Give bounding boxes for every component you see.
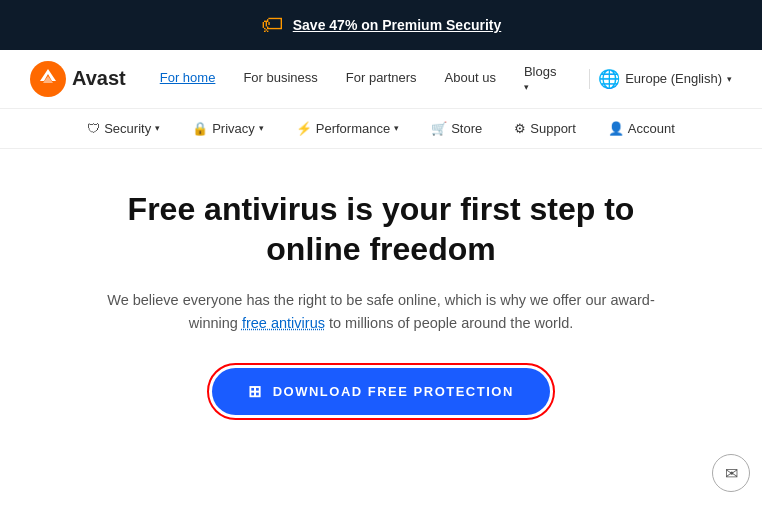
security-chevron-icon: ▾ <box>155 123 160 133</box>
subnav-performance[interactable]: ⚡ Performance ▾ <box>282 117 413 140</box>
free-antivirus-link[interactable]: free antivirus <box>242 315 325 331</box>
gear-icon: ⚙ <box>514 121 526 136</box>
download-btn-label: DOWNLOAD FREE PROTECTION <box>273 384 514 399</box>
top-nav-links: For home For business For partners About… <box>146 60 581 98</box>
subnav-support-label: Support <box>530 121 576 136</box>
locale-text: Europe (English) <box>625 71 722 86</box>
nav-blogs[interactable]: Blogs ▾ <box>510 60 571 98</box>
subnav-account-label: Account <box>628 121 675 136</box>
blogs-chevron-icon: ▾ <box>524 82 557 94</box>
performance-chevron-icon: ▾ <box>394 123 399 133</box>
nav-for-business[interactable]: For business <box>229 66 331 91</box>
nav-for-home[interactable]: For home <box>146 66 230 91</box>
subnav-privacy-label: Privacy <box>212 121 255 136</box>
logo-text: Avast <box>72 67 126 90</box>
subnav-performance-label: Performance <box>316 121 390 136</box>
download-button[interactable]: ⊞ DOWNLOAD FREE PROTECTION <box>212 368 550 415</box>
hero-section: Free antivirus is your first step to onl… <box>0 149 762 450</box>
nav-for-partners[interactable]: For partners <box>332 66 431 91</box>
subnav-store[interactable]: 🛒 Store <box>417 117 496 140</box>
nav-about-us[interactable]: About us <box>431 66 510 91</box>
download-btn-wrapper: ⊞ DOWNLOAD FREE PROTECTION <box>207 363 555 420</box>
subnav-security[interactable]: 🛡 Security ▾ <box>73 117 174 140</box>
subnav-privacy[interactable]: 🔒 Privacy ▾ <box>178 117 278 140</box>
promo-banner: 🏷 Save 47% on Premium Security <box>0 0 762 50</box>
hero-description: We believe everyone has the right to be … <box>91 289 671 335</box>
gauge-icon: ⚡ <box>296 121 312 136</box>
windows-icon: ⊞ <box>248 382 263 401</box>
avast-logo-icon <box>30 61 66 97</box>
subnav-support[interactable]: ⚙ Support <box>500 117 590 140</box>
promo-link[interactable]: Save 47% on Premium Security <box>293 17 502 33</box>
badge-icon: 🏷 <box>261 12 283 38</box>
top-nav: Avast For home For business For partners… <box>0 50 762 109</box>
lock-icon: 🔒 <box>192 121 208 136</box>
locale-chevron-icon: ▾ <box>727 74 732 84</box>
locale-selector[interactable]: 🌐 Europe (English) ▾ <box>598 68 732 90</box>
sub-nav: 🛡 Security ▾ 🔒 Privacy ▾ ⚡ Performance ▾… <box>0 109 762 149</box>
privacy-chevron-icon: ▾ <box>259 123 264 133</box>
person-icon: 👤 <box>608 121 624 136</box>
subnav-account[interactable]: 👤 Account <box>594 117 689 140</box>
shield-icon: 🛡 <box>87 121 100 136</box>
globe-icon: 🌐 <box>598 68 620 90</box>
nav-divider <box>589 69 590 89</box>
logo[interactable]: Avast <box>30 61 126 97</box>
hero-heading: Free antivirus is your first step to onl… <box>80 189 682 269</box>
subnav-store-label: Store <box>451 121 482 136</box>
cart-icon: 🛒 <box>431 121 447 136</box>
subnav-security-label: Security <box>104 121 151 136</box>
